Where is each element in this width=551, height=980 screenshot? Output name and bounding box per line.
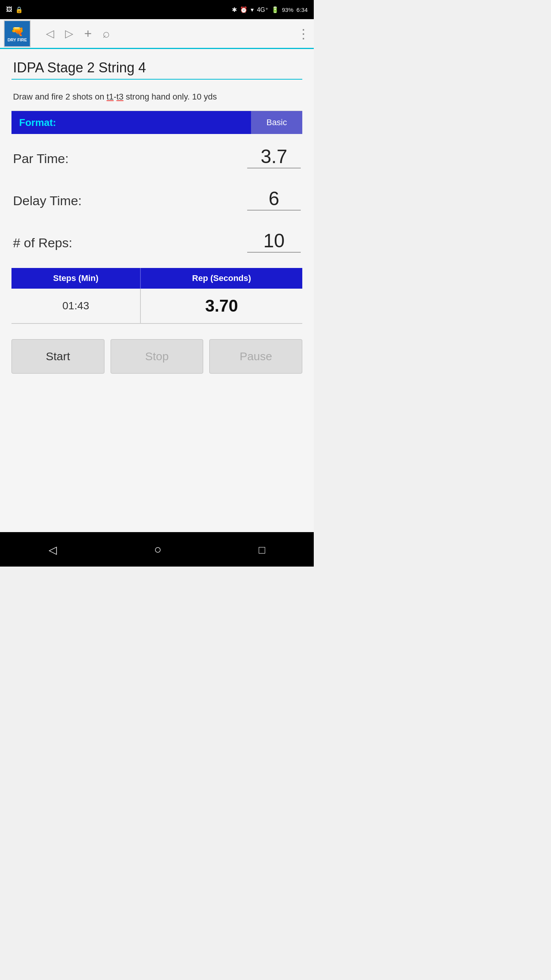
back-nav-button[interactable]	[33, 539, 72, 560]
signal-icon: 4G⁺	[257, 6, 268, 13]
par-time-row: Par Time: 3.7	[11, 142, 302, 172]
action-buttons: Start Stop Pause	[11, 339, 302, 374]
start-button[interactable]: Start	[11, 339, 104, 374]
forward-button[interactable]	[65, 27, 73, 40]
bottom-nav	[0, 532, 314, 567]
home-nav-button[interactable]	[139, 539, 177, 560]
search-button[interactable]	[103, 26, 110, 41]
battery-percent: 93%	[282, 7, 293, 13]
stop-button[interactable]: Stop	[111, 339, 204, 374]
logo-text: DRY FIRE	[8, 38, 27, 42]
col1-header: Steps (Min)	[11, 268, 140, 289]
steps-value: 01:43	[11, 289, 140, 323]
reps-value[interactable]: 10	[247, 230, 301, 253]
main-content: Draw and fire 2 shots on t1-t3 strong ha…	[0, 49, 314, 532]
top-nav: 🔫 DRY FIRE	[0, 19, 314, 49]
delay-time-value[interactable]: 6	[247, 188, 301, 211]
status-bar-right: ✱ ⏰ ▾ 4G⁺ 🔋 93% 6:34	[232, 6, 308, 13]
photo-icon: 🖼	[6, 6, 12, 13]
more-button[interactable]	[297, 26, 310, 41]
clock-time: 6:34	[297, 7, 308, 13]
summary-table: Steps (Min) Rep (Seconds) 01:43 3.70	[11, 268, 302, 324]
logo-gun-icon: 🔫	[11, 25, 24, 38]
back-button[interactable]	[46, 27, 54, 40]
status-bar: 🖼 🔒 ✱ ⏰ ▾ 4G⁺ 🔋 93% 6:34	[0, 0, 314, 19]
par-time-value[interactable]: 3.7	[247, 145, 301, 168]
wifi-icon: ▾	[251, 6, 254, 13]
delay-time-row: Delay Time: 6	[11, 184, 302, 214]
battery-icon: 🔋	[271, 6, 279, 13]
format-label: Format:	[11, 117, 251, 129]
recent-nav-button[interactable]	[243, 539, 280, 560]
reps-row: # of Reps: 10	[11, 226, 302, 256]
rep-seconds-value: 3.70	[140, 289, 302, 323]
t3-ref: t3	[116, 92, 123, 101]
nav-icons	[38, 26, 310, 41]
col2-header: Rep (Seconds)	[140, 268, 302, 289]
title-input[interactable]	[11, 57, 302, 80]
lock-icon: 🔒	[15, 6, 23, 13]
par-time-label: Par Time:	[13, 151, 247, 166]
description-text: Draw and fire 2 shots on t1-t3 strong ha…	[11, 87, 302, 111]
app-logo[interactable]: 🔫 DRY FIRE	[4, 20, 31, 47]
reps-label: # of Reps:	[13, 235, 247, 250]
status-bar-left: 🖼 🔒	[6, 6, 23, 13]
t1-ref: t1	[107, 92, 114, 101]
title-container	[11, 57, 302, 80]
bluetooth-icon: ✱	[232, 6, 237, 13]
alarm-icon: ⏰	[240, 6, 248, 13]
format-button[interactable]: Basic	[251, 111, 302, 134]
pause-button[interactable]: Pause	[209, 339, 302, 374]
add-button[interactable]	[84, 26, 92, 41]
format-row: Format: Basic	[11, 111, 302, 134]
delay-time-label: Delay Time:	[13, 193, 247, 208]
